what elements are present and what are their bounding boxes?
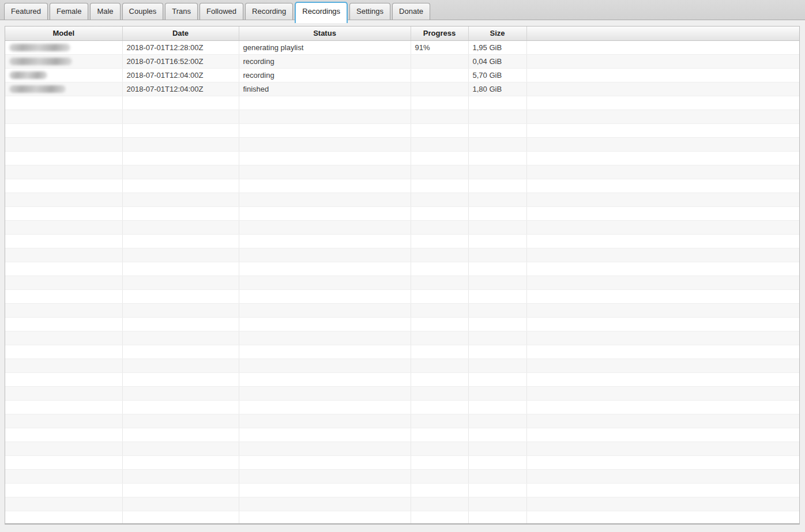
tab-recordings[interactable]: Recordings — [295, 2, 348, 23]
table-row-empty[interactable] — [5, 400, 799, 414]
table-row[interactable]: 2018-07-01T12:28:00Z generating playlist… — [5, 40, 799, 54]
table-row-empty[interactable] — [5, 483, 799, 497]
tab-featured[interactable]: Featured — [4, 3, 48, 20]
cell-status — [239, 345, 411, 359]
table-row-empty[interactable] — [5, 151, 799, 165]
table-row-empty[interactable] — [5, 303, 799, 317]
table-row-empty[interactable] — [5, 137, 799, 151]
cell-size — [468, 497, 526, 511]
cell-progress — [411, 442, 468, 455]
cell-status — [239, 151, 411, 165]
cell-size — [468, 248, 526, 262]
tab-female[interactable]: Female — [50, 3, 88, 20]
table-row[interactable]: 2018-07-01T12:04:00Z finished 1,80 GiB — [5, 82, 799, 96]
cell-size — [468, 303, 526, 317]
cell-model — [5, 262, 122, 276]
table-row-empty[interactable] — [5, 96, 799, 110]
table-row-empty[interactable] — [5, 165, 799, 179]
table-row-empty[interactable] — [5, 276, 799, 289]
table-row-empty[interactable] — [5, 428, 799, 442]
cell-status — [239, 455, 411, 469]
cell-progress — [411, 54, 468, 68]
tab-followed[interactable]: Followed — [200, 3, 243, 20]
cell-model — [5, 123, 122, 137]
tab-settings[interactable]: Settings — [349, 3, 390, 20]
cell-status — [239, 469, 411, 483]
cell-extra — [526, 442, 799, 455]
column-header-progress[interactable]: Progress — [411, 27, 468, 40]
cell-progress — [411, 276, 468, 289]
redacted-model-name — [9, 44, 70, 51]
tab-couples[interactable]: Couples — [122, 3, 164, 20]
table-row-empty[interactable] — [5, 179, 799, 193]
cell-extra — [526, 511, 799, 525]
table-row-empty[interactable] — [5, 193, 799, 206]
table-row-empty[interactable] — [5, 248, 799, 262]
redacted-model-name — [9, 85, 66, 93]
table-row-empty[interactable] — [5, 359, 799, 372]
cell-model — [5, 483, 122, 497]
cell-progress — [411, 179, 468, 193]
table-row-empty[interactable] — [5, 262, 799, 276]
cell-model — [5, 469, 122, 483]
cell-date — [122, 206, 239, 220]
cell-extra — [526, 165, 799, 179]
cell-model — [5, 289, 122, 303]
cell-progress — [411, 428, 468, 442]
table-row-empty[interactable] — [5, 386, 799, 400]
cell-size — [468, 414, 526, 428]
table-row-empty[interactable] — [5, 511, 799, 525]
cell-model — [5, 110, 122, 123]
cell-progress — [411, 414, 468, 428]
column-header-date[interactable]: Date — [122, 27, 239, 40]
table-row-empty[interactable] — [5, 469, 799, 483]
column-header-model[interactable]: Model — [5, 27, 122, 40]
table-row-empty[interactable] — [5, 317, 799, 331]
table-row-empty[interactable] — [5, 442, 799, 455]
tab-trans[interactable]: Trans — [165, 3, 198, 20]
tab-bar: FeaturedFemaleMaleCouplesTransFollowedRe… — [0, 0, 805, 20]
cell-date — [122, 345, 239, 359]
cell-size — [468, 206, 526, 220]
table-row-empty[interactable] — [5, 455, 799, 469]
cell-extra — [526, 206, 799, 220]
cell-date — [122, 455, 239, 469]
cell-date — [122, 400, 239, 414]
table-row-empty[interactable] — [5, 372, 799, 386]
table-row[interactable]: 2018-07-01T16:52:00Z recording 0,04 GiB — [5, 54, 799, 68]
table-row-empty[interactable] — [5, 345, 799, 359]
cell-date — [122, 137, 239, 151]
cell-extra — [526, 317, 799, 331]
cell-size — [468, 372, 526, 386]
cell-date: 2018-07-01T12:04:00Z — [122, 82, 239, 96]
table-row-empty[interactable] — [5, 497, 799, 511]
cell-model — [5, 455, 122, 469]
table-row-empty[interactable] — [5, 123, 799, 137]
cell-progress — [411, 68, 468, 82]
table-row-empty[interactable] — [5, 331, 799, 345]
table-row-empty[interactable] — [5, 234, 799, 248]
cell-date — [122, 469, 239, 483]
cell-progress — [411, 289, 468, 303]
cell-extra — [526, 414, 799, 428]
cell-progress — [411, 469, 468, 483]
cell-extra — [526, 68, 799, 82]
table-row-empty[interactable] — [5, 206, 799, 220]
tab-donate[interactable]: Donate — [392, 3, 430, 20]
table-row[interactable]: 2018-07-01T12:04:00Z recording 5,70 GiB — [5, 68, 799, 82]
column-header-extra[interactable] — [526, 27, 799, 40]
tab-recording[interactable]: Recording — [245, 3, 293, 20]
cell-date: 2018-07-01T12:28:00Z — [122, 40, 239, 54]
cell-progress — [411, 248, 468, 262]
table-row-empty[interactable] — [5, 289, 799, 303]
cell-model — [5, 179, 122, 193]
table-row-empty[interactable] — [5, 220, 799, 234]
tab-male[interactable]: Male — [90, 3, 120, 20]
cell-date — [122, 289, 239, 303]
column-header-size[interactable]: Size — [468, 27, 526, 40]
cell-date — [122, 248, 239, 262]
column-header-status[interactable]: Status — [239, 27, 411, 40]
table-row-empty[interactable] — [5, 414, 799, 428]
cell-status — [239, 483, 411, 497]
table-row-empty[interactable] — [5, 110, 799, 123]
